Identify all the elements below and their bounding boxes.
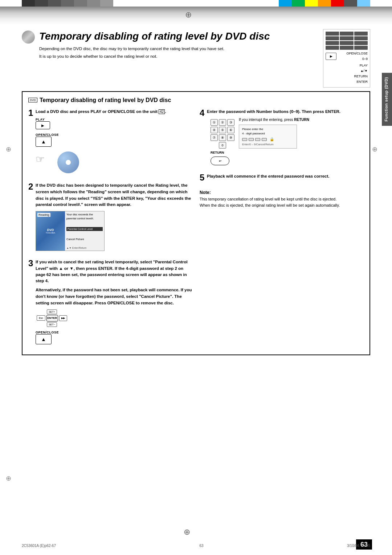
footer-left: 2C53601A (E)p62-67 <box>22 544 56 548</box>
step3-openclose-section: OPEN/CLOSE ▲ <box>36 331 192 344</box>
step-2-text: If the DVD disc has been designed to tem… <box>36 182 192 208</box>
nav-skip: ▶▶ <box>59 315 67 321</box>
color-block-4 <box>61 0 74 7</box>
play-openclose-illus: PLAY ▶ OPEN/CLOSE ▲ <box>36 118 192 147</box>
reading-screen-left: Reading DVD TOSHIBA <box>36 211 65 251</box>
password-screen: Please enter the 4 - digit password 🔒 E <box>239 125 297 149</box>
password-screen-line2: 4 - digit password <box>242 131 294 136</box>
pass-dot-2 <box>249 138 254 141</box>
remote-range-label: 0–9 <box>346 56 368 62</box>
nav-enter-btn: ENTER <box>46 315 58 321</box>
password-hint: Enter/0 – 9/Cancel/Return <box>242 143 294 146</box>
toshiba-logo: TOSHIBA <box>46 232 55 234</box>
parental-bar: Parental Control Level <box>66 227 103 231</box>
color-block-orange <box>318 0 331 7</box>
return-button-icon: ↩ <box>211 157 229 165</box>
footer-right: 3/10/04, 11:35 <box>347 544 370 548</box>
step-3: 3 If you wish to cancel the set rating l… <box>28 259 192 344</box>
password-dots: 🔒 <box>242 137 294 141</box>
color-block-red <box>331 0 344 7</box>
remote-diagram: ▶ OPEN/CLOSE 0–9 PLAY ▲/▼ RETURN ENTER <box>323 29 370 88</box>
step-4-number: 4 <box>200 109 204 117</box>
play-button-icon: ▶ <box>36 121 50 129</box>
two-col-layout: 1 Load a DVD disc and press PLAY or OPEN… <box>28 109 364 349</box>
nav-set-minus: SET− <box>47 322 57 327</box>
step-1-text: Load a DVD disc and press PLAY or OPEN/C… <box>36 109 192 115</box>
step-2: 2 If the DVD disc has been designed to t… <box>28 182 192 254</box>
num-7: ⑦ <box>211 134 218 141</box>
enter-return-hint: ▲▼ Enter/Return <box>66 247 103 249</box>
password-screen-area: If you interrupt the entering, press RET… <box>239 117 309 151</box>
hand-icon: ☞ <box>36 153 45 165</box>
note-title: Note: <box>200 189 364 196</box>
color-block-3 <box>48 0 61 7</box>
play-label: PLAY <box>36 118 192 121</box>
color-block-green <box>292 0 305 7</box>
dvd-badge: DVD <box>28 98 37 102</box>
gray-gradient-bar <box>0 7 392 25</box>
color-block-6 <box>87 0 100 7</box>
crosshair-left-top: ⊕ <box>6 145 11 153</box>
num-1: ① <box>211 119 218 126</box>
color-block-dark <box>344 0 357 7</box>
nav-row-bottom: SET− <box>36 322 68 327</box>
main-content-box: DVD Temporary disabling of rating level … <box>22 91 370 355</box>
function-sidebar: Function setup (DVD) <box>382 73 392 126</box>
step4-return-label: RETURN <box>211 151 234 154</box>
reading-screen-right: Your disc exceeds the parental control l… <box>65 211 104 251</box>
num-9: ⑨ <box>227 134 234 141</box>
step-5: 5 Playback will commence if the entered … <box>200 173 364 182</box>
remote-arrows-label: ▲/▼ <box>354 68 368 74</box>
crosshair-bottom: ⊕ <box>184 527 190 537</box>
color-block-lightblue <box>357 0 370 7</box>
note-section: Note: This temporary cancellation of rat… <box>200 189 364 208</box>
pass-dot-1 <box>242 138 247 141</box>
nav-esc: Esc <box>37 315 45 321</box>
num-pad: ① ② ③ ④ ⑤ ⑥ ⑦ ⑧ ⑨ 0 <box>211 119 234 149</box>
note-line2: When the disc is ejected, the original r… <box>200 202 364 208</box>
step3-openclose-btn-icon: ▲ <box>36 334 52 344</box>
nav-control-illustration: SET+ Esc ENTER ▶▶ SET− <box>36 309 68 327</box>
top-right-blocks <box>279 0 370 7</box>
num-8: ⑧ <box>219 134 226 141</box>
remote-enter-label: ENTER <box>354 79 368 85</box>
num-5: ⑤ <box>219 127 226 133</box>
num-6: ⑥ <box>227 127 234 133</box>
num-2: ② <box>219 119 226 126</box>
dvd-logo: DVD <box>47 228 54 232</box>
step-5-text: Playback will commence if the entered pa… <box>207 173 364 179</box>
remote-play-label: PLAY <box>354 63 368 68</box>
step-3-number: 3 <box>28 259 33 268</box>
nav-set-plus: SET+ <box>47 309 57 314</box>
page-title: Temporary disabling of rating level by D… <box>39 31 270 42</box>
password-screen-line1: Please enter the <box>242 127 294 131</box>
step-3-text: If you wish to cancel the set rating lev… <box>36 259 192 284</box>
step-2-number: 2 <box>28 182 33 191</box>
dvd-section-title: DVD Temporary disabling of rating level … <box>28 97 364 104</box>
number-pad-illustration: ① ② ③ ④ ⑤ ⑥ ⑦ ⑧ ⑨ 0 RETURN <box>207 117 234 167</box>
nav-row-top: SET+ <box>36 309 68 314</box>
disc-illustration: ☞ <box>36 150 83 175</box>
title-section: Temporary disabling of rating level by D… <box>22 29 370 88</box>
page-footer: 2C53601A (E)p62-67 63 3/10/04, 11:35 <box>22 544 370 548</box>
section-desc-2: It is up to you to decide whether to can… <box>39 53 316 60</box>
remote-openclose-label: OPEN/CLOSE <box>346 51 368 56</box>
step4-content: ① ② ③ ④ ⑤ ⑥ ⑦ ⑧ ⑨ 0 RETURN <box>207 117 364 167</box>
lock-icon: 🔒 <box>270 137 274 141</box>
cancel-picture: Cancel Picture <box>66 238 103 241</box>
color-block-5 <box>74 0 87 7</box>
top-color-bar <box>0 0 392 7</box>
footer-center: 63 <box>199 544 203 548</box>
step3-openclose-label: OPEN/CLOSE <box>36 331 59 334</box>
top-left-blocks <box>22 0 113 7</box>
section-desc-1: Depending on the DVD disc, the disc may … <box>39 46 316 52</box>
reading-label: Reading <box>37 213 50 217</box>
num-0: 0 <box>219 142 226 149</box>
right-column: 4 Enter the password with Number buttons… <box>200 109 364 349</box>
color-block-1 <box>22 0 35 7</box>
left-column: 1 Load a DVD disc and press PLAY or OPEN… <box>28 109 192 349</box>
note-line1: This temporary cancellation of rating le… <box>200 196 364 202</box>
pass-dot-4 <box>262 138 267 141</box>
step-1-number: 1 <box>28 109 33 117</box>
open-close-label: OPEN/CLOSE <box>36 133 192 137</box>
